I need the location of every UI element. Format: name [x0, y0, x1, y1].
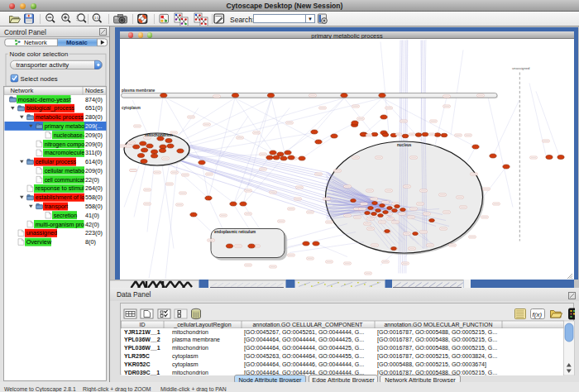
svg-text:response to stimul: response to stimul — [36, 184, 84, 192]
svg-text:Nodes: Nodes — [85, 87, 103, 94]
svg-text:plasma membrane: plasma membrane — [172, 337, 220, 343]
svg-text:[GO:0016787, GO:0005488, GO:00: [GO:0016787, GO:0005488, GO:0005215, G..… — [377, 328, 497, 335]
svg-text:nucleus: nucleus — [397, 143, 412, 147]
svg-text:42(0): 42(0) — [85, 220, 99, 227]
svg-text:223(0): 223(0) — [85, 229, 103, 237]
svg-text:41(0): 41(0) — [85, 211, 99, 218]
svg-text:mitochondrion: mitochondrion — [172, 328, 208, 334]
svg-text:[GO:0016787, GO:0005488, GO:00: [GO:0016787, GO:0005488, GO:0005215, G..… — [377, 345, 497, 351]
svg-text:YPL036W__1: YPL036W__1 — [124, 345, 160, 351]
svg-text:mosaic-demo-yeast: mosaic-demo-yeast — [18, 95, 71, 103]
svg-text:311(0): 311(0) — [85, 149, 102, 156]
svg-text:874(0): 874(0) — [85, 95, 103, 103]
svg-text:[GO:0044464, GO:0044444, GO:00: [GO:0044464, GO:0044444, GO:0044425, G..… — [244, 337, 364, 343]
svg-text:[GO:0044464, GO:0044444, GO:00: [GO:0044464, GO:0044444, GO:0044425, G..… — [244, 345, 364, 351]
svg-text:1:1: 1:1 — [94, 16, 100, 20]
svg-text:cell communicat: cell communicat — [45, 175, 84, 183]
svg-text:8(0): 8(0) — [85, 238, 96, 246]
svg-text:280(0): 280(0) — [85, 113, 103, 121]
svg-text:264(0): 264(0) — [85, 184, 103, 192]
svg-text:209(0): 209(0) — [85, 166, 103, 174]
svg-text:YLR295C: YLR295C — [124, 353, 150, 359]
svg-text:cytoplasm: cytoplasm — [172, 361, 199, 367]
svg-text:209(0): 209(0) — [85, 131, 103, 138]
svg-text:annotation.GO MOLECULAR_FUNCTI: annotation.GO MOLECULAR_FUNCTION — [384, 322, 492, 328]
svg-text:f(x): f(x) — [532, 310, 542, 318]
svg-text:Network: Network — [10, 87, 33, 94]
svg-text:nitrogen compo: nitrogen compo — [45, 140, 84, 147]
svg-text:mitochondrion: mitochondrion — [172, 345, 208, 351]
svg-text:biological_process: biological_process — [26, 104, 75, 112]
svg-text:651(0): 651(0) — [85, 104, 103, 112]
svg-text:[GO:0044464, GO:0044446, GO:00: [GO:0044464, GO:0044446, GO:0044444, G..… — [244, 361, 364, 367]
svg-text:secretion: secretion — [54, 211, 78, 218]
svg-text:unassigned: unassigned — [26, 229, 58, 237]
svg-text:[GO:0045263, GO:0044464, GO:00: [GO:0045263, GO:0044464, GO:0044455, G..… — [244, 353, 364, 360]
svg-text:annotation.GO CELLULAR_COMPONE: annotation.GO CELLULAR_COMPONENT — [252, 322, 363, 328]
svg-text:cellular process: cellular process — [36, 158, 77, 165]
svg-text:transporter activity: transporter activity — [17, 61, 69, 69]
svg-text:[GO:0016787, GO:0005488, GO:00: [GO:0016787, GO:0005488, GO:0005215, G..… — [377, 337, 497, 343]
svg-text:primary metabo: primary metabo — [45, 122, 84, 129]
svg-text:ID: ID — [139, 322, 145, 327]
svg-text:Network: Network — [24, 39, 47, 46]
svg-text:YJR121W__1: YJR121W__1 — [124, 328, 160, 334]
svg-text:209(...: 209(... — [85, 122, 102, 129]
svg-text:multi-organism pro: multi-organism pro — [36, 220, 84, 227]
svg-text:cytoplasm: cytoplasm — [122, 106, 141, 110]
svg-text:209(0): 209(0) — [85, 140, 103, 147]
svg-text:unassigned: unassigned — [512, 66, 530, 70]
svg-text:macromolecule: macromolecule — [45, 149, 85, 156]
svg-text:mitochondrion: mitochondrion — [172, 369, 208, 375]
svg-text:YPL036W__2: YPL036W__2 — [124, 337, 160, 342]
svg-text:establishment of lo: establishment of lo — [36, 194, 84, 201]
svg-text:plasma membrane: plasma membrane — [122, 88, 156, 93]
svg-text:endoplasmic reticulum: endoplasmic reticulum — [214, 230, 256, 234]
svg-text:cytoplasm: cytoplasm — [172, 353, 199, 360]
svg-text:[GO:0005488, GO:0005215, GO:00: [GO:0005488, GO:0005215, GO:0003674] — [377, 361, 486, 367]
svg-text:_cellularLayoutRegion: _cellularLayoutRegion — [173, 322, 231, 328]
svg-text:22(0): 22(0) — [85, 175, 99, 183]
svg-text:Overview: Overview — [26, 238, 52, 246]
svg-text:Node color selection: Node color selection — [10, 50, 69, 58]
svg-text:Select nodes: Select nodes — [21, 74, 58, 82]
svg-text:[GO:0045267, GO:0045261, GO:00: [GO:0045267, GO:0045261, GO:0044444, G..… — [244, 328, 364, 335]
svg-text:558(0): 558(0) — [85, 202, 103, 209]
svg-text:cellular metabo: cellular metabo — [45, 166, 84, 174]
svg-text:metabolic process: metabolic process — [36, 113, 84, 121]
svg-text:nucleobase-: nucleobase- — [54, 131, 85, 138]
svg-text:Mosaic: Mosaic — [66, 39, 88, 46]
svg-text:[GO:0016787, GO:0005215, GO:00: [GO:0016787, GO:0005215, GO:0003824, G..… — [377, 353, 497, 360]
svg-text:transport: transport — [45, 202, 68, 209]
svg-text:YDR039C__1: YDR039C__1 — [124, 369, 160, 375]
svg-text:YKR052C: YKR052C — [124, 361, 151, 366]
svg-text:614(0): 614(0) — [85, 158, 103, 165]
svg-text:558(0): 558(0) — [85, 194, 103, 201]
